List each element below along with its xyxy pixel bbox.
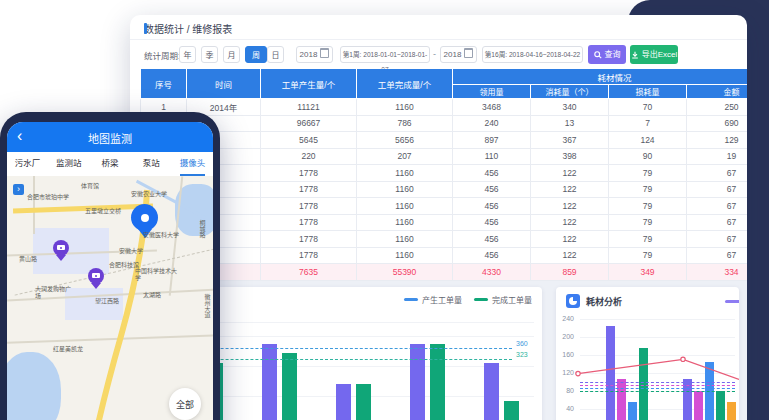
table-cell: 5656 xyxy=(357,132,453,149)
table-cell: 456 xyxy=(453,165,531,182)
table-cell: 5645 xyxy=(261,132,357,149)
bar-产生工单量 xyxy=(336,384,351,420)
selected-location-pin[interactable] xyxy=(131,204,158,231)
breadcrumb-accent xyxy=(144,23,147,34)
tab-摄像头[interactable]: 摄像头 xyxy=(172,152,213,176)
period-segment-周[interactable]: 周 xyxy=(245,46,267,63)
chart-legend: 产生工单量完成工单量 xyxy=(404,294,532,305)
bar-产生工单量 xyxy=(410,344,425,420)
period-segment-月[interactable]: 月 xyxy=(223,46,240,63)
reference-label: 323 xyxy=(516,351,528,358)
table-cell: 122 xyxy=(531,165,609,182)
period-segment-日[interactable]: 日 xyxy=(267,46,284,63)
map-label: 望江西路 xyxy=(95,296,119,305)
table-cell: 1778 xyxy=(261,214,357,231)
gridline xyxy=(580,337,735,338)
bar-series-purple xyxy=(606,326,615,420)
reference-label: 360 xyxy=(516,340,528,347)
tab-监测站[interactable]: 监测站 xyxy=(48,152,89,176)
legend-item: 完成工单量 xyxy=(474,294,532,305)
dashboard-window: 数据统计 / 维修报表 统计周期: 年季月周日 2018 第1周: 2018-0… xyxy=(130,15,747,420)
reference-line xyxy=(580,388,735,389)
bar-series-orange xyxy=(727,402,736,420)
table-cell: 79 xyxy=(609,165,687,182)
table-cell: 1778 xyxy=(261,165,357,182)
table-cell: 340 xyxy=(531,99,609,116)
map-panel-expander[interactable]: › xyxy=(13,184,24,195)
table-row: 7177811604561227967 xyxy=(141,198,748,215)
map-label: 安徽医科大学 xyxy=(143,230,179,239)
table-cell: 67 xyxy=(687,165,748,182)
table-cell: 1160 xyxy=(357,247,453,264)
legend-marker xyxy=(725,300,739,303)
table-cell: 90 xyxy=(609,148,687,165)
table-cell: 19 xyxy=(687,148,748,165)
period-segment-季[interactable]: 季 xyxy=(201,46,218,63)
bar-完成工单量 xyxy=(504,401,519,420)
legend-marker xyxy=(404,298,418,301)
sub-col-header: 损耗量 xyxy=(609,85,687,99)
table-cell: 897 xyxy=(453,132,531,149)
map-label: 合肥市琥珀中学 xyxy=(27,192,69,201)
table-cell: 11121 xyxy=(261,99,357,116)
table-cell: 456 xyxy=(453,181,531,198)
map-label: 安徽大学 xyxy=(119,246,143,255)
table-cell: 129 xyxy=(687,132,748,149)
table-cell: 110 xyxy=(453,148,531,165)
table-cell: 67 xyxy=(687,231,748,248)
camera-lens xyxy=(95,275,98,278)
table-cell: 13 xyxy=(531,115,609,132)
gridline xyxy=(580,319,735,320)
query-button[interactable]: 查询 xyxy=(588,45,626,64)
tab-泵站[interactable]: 泵站 xyxy=(131,152,172,176)
sub-col-header: 领用量 xyxy=(453,85,531,99)
start-week-range-input[interactable]: 第1周: 2018-01-01~2018-01-07 xyxy=(340,46,430,63)
chart-title: 耗材分析 xyxy=(586,295,622,308)
table-cell: 7 xyxy=(609,115,687,132)
table-cell: 456 xyxy=(453,214,531,231)
table-cell: 240 xyxy=(453,115,531,132)
camera-lens xyxy=(60,247,63,250)
table-cell: 70 xyxy=(609,99,687,116)
tab-污水厂[interactable]: 污水厂 xyxy=(7,152,48,176)
table-cell: 122 xyxy=(531,231,609,248)
table-cell: 122 xyxy=(531,214,609,231)
table-cell: 398 xyxy=(531,148,609,165)
map-label: 红星美凯龙 xyxy=(53,344,83,353)
col-header: 时间 xyxy=(187,69,261,99)
table-row: 296667786240137690 xyxy=(141,115,748,132)
show-all-button[interactable]: 全部 xyxy=(169,388,201,420)
end-week-range-input[interactable]: 第16周: 2018-04-16~2018-04-22 xyxy=(482,46,583,63)
phone-screen: ‹ 地图监测 污水厂监测站桥梁泵站摄像头 xyxy=(7,122,213,420)
pin-dot xyxy=(141,214,149,222)
table-cell: 79 xyxy=(609,198,687,215)
table-cell: 367 xyxy=(531,132,609,149)
table-cell: 67 xyxy=(687,181,748,198)
camera-pin[interactable] xyxy=(53,240,69,256)
table-cell: 1778 xyxy=(261,181,357,198)
table-row: 8177811604561227967 xyxy=(141,214,748,231)
table-cell: 334 xyxy=(687,264,748,281)
table-cell: 7635 xyxy=(261,264,357,281)
period-segment-年[interactable]: 年 xyxy=(179,46,196,63)
table-cell: 124 xyxy=(609,132,687,149)
table-cell: 1160 xyxy=(357,99,453,116)
map-label: 安徽农业大学 xyxy=(131,189,167,198)
end-year-select[interactable]: 2018 xyxy=(440,46,477,63)
export-excel-button[interactable]: 导出Excel xyxy=(630,45,678,64)
filter-bar: 统计周期: 年季月周日 2018 第1周: 2018-01-01~2018-01… xyxy=(130,40,747,70)
table-cell: 67 xyxy=(687,214,748,231)
legend-item: 产生工单量 xyxy=(404,294,462,305)
table-cell: 456 xyxy=(453,231,531,248)
table-cell: 250 xyxy=(687,99,748,116)
start-year-select[interactable]: 2018 xyxy=(296,46,333,63)
camera-pin[interactable] xyxy=(88,268,104,284)
table-cell: 122 xyxy=(531,198,609,215)
bar-series-magenta xyxy=(694,391,703,420)
table-cell: 456 xyxy=(453,247,531,264)
tab-桥梁[interactable]: 桥梁 xyxy=(89,152,130,176)
total-row: 合计7635553904330859349334 xyxy=(141,264,748,281)
map-view[interactable]: › 全部 合肥市琥珀中学体育馆安徽农业大学五里墩立交桥安徽医科大学安徽大学合肥科… xyxy=(7,176,213,420)
report-table-wrapper: 序号时间工单产生量/个工单完成量/个耗材情况领用量消耗量（个）损耗量金额 120… xyxy=(140,68,747,297)
table-cell: 690 xyxy=(687,115,748,132)
